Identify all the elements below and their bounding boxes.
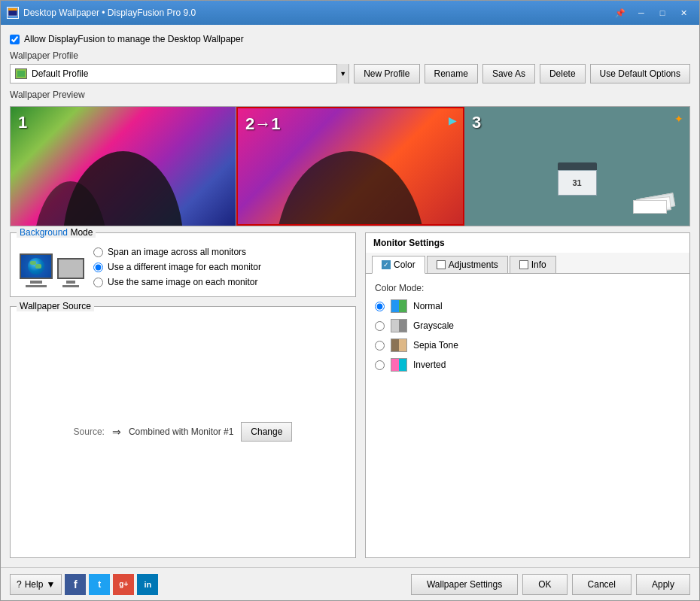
- delete-button[interactable]: Delete: [540, 64, 586, 83]
- footer-right: Wallpaper Settings OK Cancel Apply: [411, 574, 690, 595]
- window-title: Desktop Wallpaper • DisplayFusion Pro 9.…: [23, 8, 196, 18]
- tab-adjustments-checkbox: [437, 260, 446, 269]
- tab-info-checkbox: [519, 260, 528, 269]
- tab-info[interactable]: Info: [510, 256, 556, 273]
- radio-sepia[interactable]: [375, 341, 385, 351]
- new-profile-button[interactable]: New Profile: [354, 64, 419, 83]
- radio-grayscale[interactable]: [375, 321, 385, 331]
- close-button[interactable]: ✕: [674, 5, 693, 20]
- svg-rect-7: [391, 320, 399, 332]
- main-content: Allow DisplayFusion to manage the Deskto…: [1, 25, 699, 567]
- svg-rect-5: [391, 300, 399, 312]
- googleplus-button[interactable]: g+: [113, 574, 134, 595]
- svg-rect-11: [399, 359, 406, 371]
- monitor-number-2: 2→1: [245, 114, 280, 134]
- monitor-number-3: 3: [472, 113, 481, 132]
- footer-left: ? Help ▼ f t g+ in: [10, 574, 158, 595]
- allow-checkbox[interactable]: [10, 35, 20, 44]
- pin-button[interactable]: 📌: [610, 5, 630, 20]
- title-bar: Desktop Wallpaper • DisplayFusion Pro 9.…: [1, 1, 699, 25]
- bottom-section: Background Mode: [10, 232, 690, 558]
- monitor-preview-3[interactable]: 3 ✦ 31: [464, 107, 689, 226]
- ok-button[interactable]: OK: [522, 574, 567, 595]
- help-button[interactable]: ? Help ▼: [10, 574, 62, 595]
- monitor-preview-2[interactable]: 2→1 ▶: [236, 107, 464, 226]
- wallpaper-source-box: Wallpaper Source Source: ⇒ Combined with…: [10, 306, 356, 558]
- profile-icon: [15, 68, 27, 79]
- color-mode-inverted[interactable]: Inverted: [375, 358, 680, 372]
- app-icon: [7, 7, 19, 19]
- wallpaper-source-title: Wallpaper Source: [17, 301, 94, 311]
- bg-mode-title: Background Mode: [17, 227, 96, 238]
- cancel-button[interactable]: Cancel: [572, 574, 632, 595]
- profile-dropdown[interactable]: Default Profile ▼: [10, 64, 349, 83]
- help-label: Help: [25, 579, 44, 590]
- color-mode-normal[interactable]: Normal: [375, 299, 680, 313]
- calendar-decoration: 31: [558, 162, 597, 196]
- radio-span[interactable]: Span an image across all monitors: [93, 247, 261, 257]
- monitor-icons: [20, 247, 84, 287]
- radio-inverted[interactable]: [375, 360, 385, 370]
- allow-checkbox-row: Allow DisplayFusion to manage the Deskto…: [10, 34, 690, 44]
- color-mode-sepia[interactable]: Sepia Tone: [375, 338, 680, 352]
- change-button[interactable]: Change: [241, 422, 292, 442]
- tab-adjustments-label: Adjustments: [449, 260, 498, 270]
- title-bar-left: Desktop Wallpaper • DisplayFusion Pro 9.…: [7, 7, 196, 19]
- svg-rect-9: [391, 339, 399, 351]
- dropdown-arrow: ▼: [336, 64, 348, 83]
- window-controls: 📌 ─ □ ✕: [610, 5, 693, 20]
- preview-area: 1 2→1 ▶ 3 ✦ 31: [10, 106, 690, 226]
- color-normal-label: Normal: [413, 301, 443, 311]
- radio-different[interactable]: Use a different image for each monitor: [93, 262, 261, 272]
- minimize-button[interactable]: ─: [632, 5, 651, 20]
- wallpaper-settings-button[interactable]: Wallpaper Settings: [411, 574, 518, 595]
- color-mode-label: Color Mode:: [375, 283, 680, 293]
- use-default-button[interactable]: Use Default Options: [590, 64, 690, 83]
- maximize-button[interactable]: □: [653, 5, 672, 20]
- radio-same-label: Use the same image on each monitor: [108, 277, 257, 287]
- source-label: Source:: [74, 426, 105, 437]
- tab-info-label: Info: [531, 260, 546, 270]
- color-sepia-label: Sepia Tone: [413, 340, 458, 351]
- save-as-button[interactable]: Save As: [482, 64, 535, 83]
- apply-button[interactable]: Apply: [636, 574, 690, 595]
- left-panel: Background Mode: [10, 232, 356, 558]
- bg-mode-radio-group: Span an image across all monitors Use a …: [93, 247, 261, 287]
- tab-color[interactable]: ✓ Color: [372, 256, 425, 274]
- rename-button[interactable]: Rename: [425, 64, 478, 83]
- color-tab-content: Color Mode: Normal: [366, 274, 689, 557]
- papers-decoration: [633, 196, 678, 214]
- monitor-number-1: 1: [18, 113, 27, 132]
- color-grayscale-icon: [391, 319, 407, 332]
- color-normal-icon: [391, 299, 407, 313]
- tab-adjustments[interactable]: Adjustments: [427, 256, 508, 273]
- facebook-button[interactable]: f: [65, 574, 86, 595]
- profile-section: Wallpaper Profile Default Profile ▼: [10, 50, 690, 83]
- monitor-icon-globe: [20, 253, 53, 279]
- monitor-preview-1[interactable]: 1: [11, 107, 236, 226]
- monitor-2-icon: ▶: [449, 114, 457, 126]
- source-value: Combined with Monitor #1: [129, 426, 233, 437]
- background-mode-box: Background Mode: [10, 232, 356, 297]
- help-dropdown-arrow: ▼: [46, 579, 55, 590]
- color-mode-options: Normal Grayscale: [375, 299, 680, 372]
- svg-rect-1: [8, 8, 17, 11]
- radio-normal[interactable]: [375, 302, 385, 311]
- tab-color-checkbox: ✓: [382, 260, 391, 269]
- svg-rect-3: [17, 71, 25, 77]
- radio-same[interactable]: Use the same image on each monitor: [93, 277, 261, 287]
- monitor-settings-title: Monitor Settings: [366, 233, 689, 253]
- radio-span-label: Span an image across all monitors: [108, 247, 246, 257]
- profile-row: Default Profile ▼ New Profile Rename Sav…: [10, 64, 690, 83]
- bg-mode-content: Span an image across all monitors Use a …: [20, 247, 346, 287]
- radio-different-label: Use a different image for each monitor: [108, 262, 261, 272]
- twitter-button[interactable]: t: [89, 574, 110, 595]
- linkedin-button[interactable]: in: [137, 574, 158, 595]
- color-inverted-label: Inverted: [413, 360, 446, 370]
- tabs-row: ✓ Color Adjustments Info: [366, 253, 689, 274]
- color-mode-grayscale[interactable]: Grayscale: [375, 319, 680, 332]
- allow-label: Allow DisplayFusion to manage the Deskto…: [24, 34, 244, 44]
- svg-rect-10: [391, 359, 399, 371]
- main-window: Desktop Wallpaper • DisplayFusion Pro 9.…: [0, 0, 700, 601]
- monitor-3-icon: ✦: [674, 113, 683, 125]
